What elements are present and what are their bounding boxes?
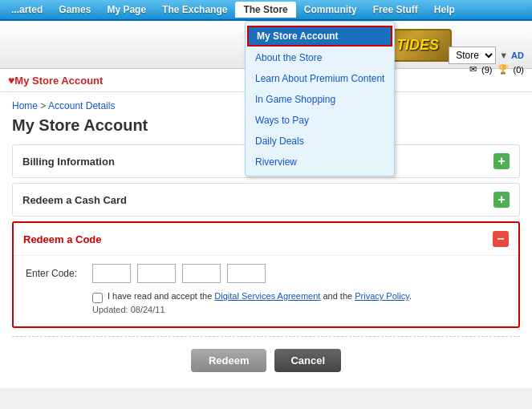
code-input-4[interactable] bbox=[227, 264, 266, 283]
trophy-count: (0) bbox=[514, 65, 524, 75]
redeem-code-label: Redeem a Code bbox=[23, 233, 102, 245]
code-input-1[interactable] bbox=[92, 264, 131, 283]
nav-item-games[interactable]: Games bbox=[51, 2, 99, 18]
dropdown-item-premium[interactable]: Learn About Premium Content bbox=[246, 68, 394, 89]
search-select[interactable]: Store bbox=[449, 47, 496, 64]
nav-item-freestuff[interactable]: Free Stuff bbox=[365, 2, 426, 18]
billing-info-toggle[interactable]: + bbox=[493, 153, 510, 169]
nav-item-mypage[interactable]: My Page bbox=[99, 2, 154, 18]
redeem-code-header[interactable]: Redeem a Code − bbox=[14, 223, 518, 255]
terms-updated: Updated: 08/24/11 bbox=[92, 305, 506, 314]
nav-item-community[interactable]: Community bbox=[296, 2, 365, 18]
billing-info-label: Billing Information bbox=[22, 156, 115, 168]
enter-code-row: Enter Code: bbox=[26, 264, 506, 283]
dropdown-item-riverview[interactable]: Riverview bbox=[246, 152, 394, 172]
heart-icon: ♥ bbox=[8, 74, 14, 87]
code-input-3[interactable] bbox=[182, 264, 221, 283]
redeem-code-body: Enter Code: I have read and accept the D… bbox=[14, 255, 518, 326]
dropdown-item-myaccount[interactable]: My Store Account bbox=[247, 26, 392, 47]
my-store-account-link[interactable]: My Store Account bbox=[14, 75, 103, 87]
top-nav-bar: ...arted Games My Page The Exchange The … bbox=[0, 0, 532, 21]
code-input-2[interactable] bbox=[137, 264, 176, 283]
message-count: (9) bbox=[481, 65, 492, 75]
action-buttons: Redeem Cancel bbox=[12, 349, 520, 380]
terms-checkbox[interactable] bbox=[92, 293, 103, 303]
breadcrumb-home[interactable]: Home bbox=[12, 100, 38, 111]
terms-link-privacy[interactable]: Privacy Policy bbox=[355, 291, 409, 301]
redeem-code-toggle[interactable]: − bbox=[493, 231, 509, 247]
terms-link-dsa[interactable]: Digital Services Agreement bbox=[214, 291, 320, 301]
enter-code-label: Enter Code: bbox=[26, 268, 86, 279]
dropdown-item-aboutstore[interactable]: About the Store bbox=[246, 47, 394, 68]
terms-row: I have read and accept the Digital Servi… bbox=[92, 291, 506, 303]
cash-card-label: Redeem a Cash Card bbox=[22, 194, 127, 206]
redeem-button[interactable]: Redeem bbox=[191, 349, 267, 372]
breadcrumb-separator: > bbox=[40, 100, 48, 111]
divider-line bbox=[12, 336, 520, 337]
cash-card-section: Redeem a Cash Card + bbox=[12, 183, 520, 217]
cancel-button[interactable]: Cancel bbox=[274, 349, 341, 372]
nav-item-store[interactable]: The Store bbox=[235, 2, 295, 18]
nav-item-exchange[interactable]: The Exchange bbox=[154, 2, 235, 18]
store-dropdown: My Store Account About the Store Learn A… bbox=[245, 21, 395, 176]
dropdown-item-waystopay[interactable]: Ways to Pay bbox=[246, 110, 394, 131]
dropdown-arrow-icon: ▼ bbox=[499, 51, 508, 60]
nav-item-help[interactable]: Help bbox=[426, 2, 463, 18]
cash-card-header[interactable]: Redeem a Cash Card + bbox=[13, 184, 519, 216]
breadcrumb-current[interactable]: Account Details bbox=[48, 100, 115, 111]
terms-text: I have read and accept the Digital Servi… bbox=[108, 291, 412, 301]
message-icon: ✉ bbox=[469, 64, 477, 75]
dropdown-item-ingame[interactable]: In Game Shopping bbox=[246, 89, 394, 110]
cash-card-toggle[interactable]: + bbox=[493, 192, 510, 208]
trophy-icon: 🏆 bbox=[497, 64, 509, 75]
nav-item-started[interactable]: ...arted bbox=[3, 2, 51, 18]
dropdown-menu: My Store Account About the Store Learn A… bbox=[245, 21, 395, 176]
redeem-code-section: Redeem a Code − Enter Code: I have read … bbox=[12, 221, 520, 328]
ad-label: AD bbox=[511, 51, 524, 60]
dropdown-item-dailydeals[interactable]: Daily Deals bbox=[246, 131, 394, 152]
